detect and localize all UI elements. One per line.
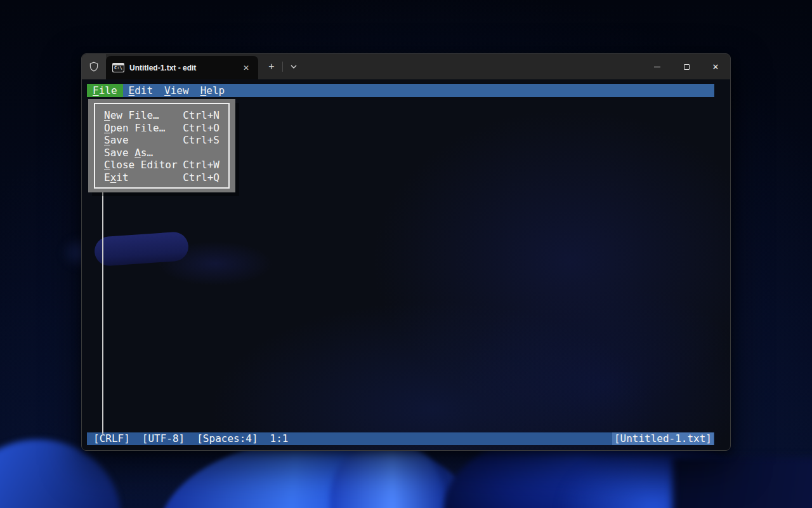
admin-elevation-badge [82,54,106,79]
terminal-window: ··· C:\ Untitled-1.txt - edit ✕ + [81,53,731,451]
shortcut-label: Ctrl+O [183,122,219,135]
shortcut-label: Ctrl+N [183,109,219,122]
menu-item-exit[interactable]: Exit Ctrl+Q [104,171,219,184]
shortcut-label: Ctrl+Q [183,171,219,184]
tab-dropdown-button[interactable] [284,54,303,79]
status-line-ending[interactable]: [CRLF] [93,432,130,445]
command-prompt-icon: ··· C:\ [112,63,124,72]
menu-file[interactable]: File [87,84,123,97]
status-filename: [Untitled-1.txt] [612,432,714,445]
menu-view[interactable]: View [159,84,195,97]
titlebar-separator [282,62,283,72]
menu-item-new-file[interactable]: New File… Ctrl+N [104,109,219,122]
menu-item-open-file[interactable]: Open File… Ctrl+O [104,122,219,135]
shield-icon [88,61,100,72]
statusbar: [CRLF] [UTF-8] [Spaces:4] 1:1 [Untitled-… [87,432,714,445]
minimize-button[interactable] [643,54,672,79]
minimize-icon [654,67,660,67]
editor-area[interactable]: File Edit View Help New File… Ctrl+N Ope… [82,79,730,450]
menu-item-close-editor[interactable]: Close Editor Ctrl+W [104,159,219,171]
maximize-button[interactable] [672,54,701,79]
shortcut-label: Ctrl+S [183,134,219,147]
chevron-down-icon [290,63,298,70]
status-indentation[interactable]: [Spaces:4] [197,432,258,445]
close-icon: ✕ [712,63,719,71]
menu-item-save[interactable]: Save Ctrl+S [104,134,219,147]
status-cursor-position: 1:1 [270,432,289,445]
close-window-button[interactable]: ✕ [701,54,730,79]
file-menu-dropdown: New File… Ctrl+N Open File… Ctrl+O Save … [88,99,235,192]
tab-title: Untitled-1.txt - edit [129,64,234,72]
close-icon: ✕ [243,64,249,72]
menu-edit[interactable]: Edit [123,84,159,97]
terminal-tab[interactable]: ··· C:\ Untitled-1.txt - edit ✕ [106,56,258,79]
maximize-icon [684,64,690,70]
tab-close-button[interactable]: ✕ [239,61,253,75]
menu-help[interactable]: Help [195,84,231,97]
menubar: File Edit View Help [87,84,714,97]
status-encoding[interactable]: [UTF-8] [142,432,185,445]
new-tab-button[interactable]: + [262,54,281,79]
window-controls: ✕ [643,54,730,79]
text-cursor [102,192,103,434]
titlebar[interactable]: ··· C:\ Untitled-1.txt - edit ✕ + [82,54,730,79]
wallpaper-petal [672,457,812,508]
file-menu-border: New File… Ctrl+N Open File… Ctrl+O Save … [94,103,230,189]
shortcut-label: Ctrl+W [183,159,219,171]
menu-item-save-as[interactable]: Save As… [104,147,219,159]
